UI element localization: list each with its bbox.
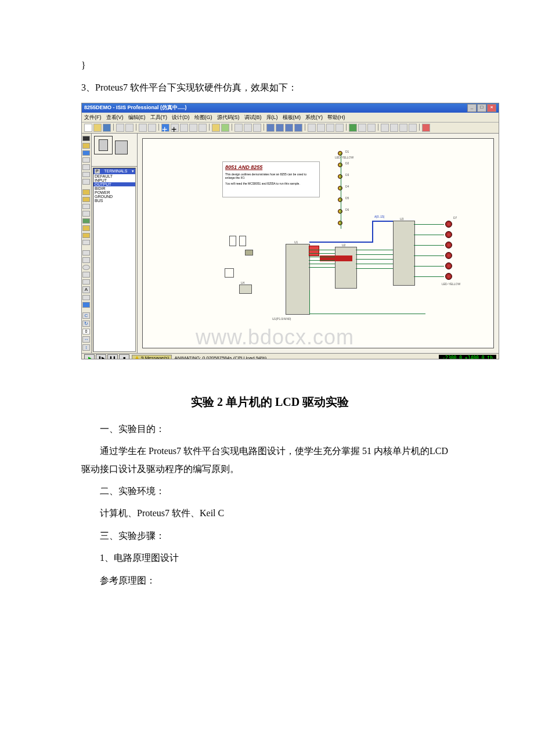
flip-h-icon[interactable]: ↔ [82, 336, 90, 343]
instrument-icon[interactable] [82, 240, 90, 245]
tool-ares-icon[interactable] [422, 124, 430, 132]
info-line: This design outlines demonstrates how an… [225, 172, 317, 180]
tool-zoomout-icon[interactable] [180, 124, 188, 132]
tool-cut-icon[interactable] [234, 124, 243, 132]
menu-help[interactable]: 帮助(H) [327, 114, 345, 121]
tool-copy-icon[interactable] [244, 124, 252, 132]
cursor-icon[interactable] [82, 136, 90, 141]
menu-design[interactable]: 设计(D) [172, 114, 190, 121]
tool-print-icon[interactable] [116, 124, 124, 132]
tool-pick-icon[interactable] [308, 124, 316, 132]
chip-label: U2 [342, 243, 345, 247]
led-right [445, 262, 452, 269]
terminals-list[interactable]: P TERMINALS ▾ DEFAULT INPUT OUTPUT BIDIR… [93, 168, 136, 352]
rot-cw-icon[interactable]: C [82, 312, 90, 319]
probe-v-icon[interactable] [82, 225, 90, 231]
tool-block1-icon[interactable] [266, 124, 275, 132]
flip-v-icon[interactable]: ↕ [82, 344, 90, 351]
rot-ccw-icon[interactable]: ↻ [82, 321, 90, 327]
symbol-icon[interactable] [82, 295, 90, 300]
list-item[interactable]: DEFAULT [93, 174, 135, 178]
tool-area-icon[interactable] [125, 124, 134, 132]
list-item[interactable]: BUS [93, 199, 135, 203]
generator-icon[interactable] [82, 218, 90, 224]
subcircuit-icon[interactable] [82, 179, 90, 184]
tool-block2-icon[interactable] [276, 124, 284, 132]
tool-a-icon[interactable] [381, 124, 389, 132]
probe-i-icon[interactable] [82, 233, 90, 238]
arc-icon[interactable] [82, 272, 90, 277]
component-icon[interactable] [82, 143, 90, 148]
tool-lib-icon[interactable] [317, 124, 325, 132]
tool-wire-icon[interactable] [349, 124, 357, 132]
menu-system[interactable]: 系统(Y) [305, 114, 323, 121]
rect-icon[interactable] [82, 257, 90, 262]
tool-zoomarea-icon[interactable] [199, 124, 207, 132]
menu-source[interactable]: 源代码(S) [217, 114, 240, 121]
maximize-button[interactable]: □ [477, 104, 486, 112]
list-item[interactable]: OUTPUT [93, 182, 135, 186]
tool-block3-icon[interactable] [285, 124, 293, 132]
bus-icon[interactable] [82, 172, 90, 177]
label-icon[interactable] [82, 157, 90, 163]
close-button[interactable]: × [487, 104, 496, 112]
tool-new-icon[interactable] [84, 124, 92, 132]
info-title: 8051 AND 8255 [225, 164, 317, 170]
tape-icon[interactable] [82, 211, 90, 216]
path-icon[interactable] [82, 279, 90, 285]
section-title: 实验 2 单片机的 LCD 驱动实验 [81, 394, 459, 410]
tool-origin-icon[interactable] [148, 124, 156, 132]
tool-search-icon[interactable] [358, 124, 366, 132]
play-button[interactable]: ▶ [84, 354, 95, 359]
probe-box [309, 246, 319, 256]
tool-open-icon[interactable] [93, 124, 102, 132]
pin-icon[interactable] [82, 197, 90, 202]
schematic-canvas[interactable]: 8051 AND 8255 This design outlines demon… [138, 134, 499, 353]
line-icon[interactable] [82, 250, 90, 255]
menu-template[interactable]: 模板(M) [283, 114, 301, 121]
minimize-button[interactable]: _ [467, 104, 477, 112]
tool-save-icon[interactable] [103, 124, 111, 132]
tool-redo-icon[interactable] [221, 124, 229, 132]
tool-zoomin-icon[interactable]: + [171, 124, 179, 132]
tool-pkg-icon[interactable] [326, 124, 334, 132]
list-item[interactable]: BIDIR [93, 186, 135, 190]
tool-grid-icon[interactable] [139, 124, 147, 132]
text2d-icon[interactable]: A [82, 286, 90, 293]
menu-debug[interactable]: 调试(B) [244, 114, 262, 121]
tool-d-icon[interactable] [409, 124, 417, 132]
tool-prop-icon[interactable] [367, 124, 376, 132]
tool-c-icon[interactable] [399, 124, 407, 132]
tool-b-icon[interactable] [390, 124, 398, 132]
tool-block4-icon[interactable] [294, 124, 302, 132]
overview-panel[interactable] [92, 134, 137, 167]
list-item[interactable]: POWER [93, 190, 135, 195]
menu-tool[interactable]: 工具(T) [150, 114, 168, 121]
angle-input[interactable]: 0 [82, 329, 90, 334]
side-panel: P TERMINALS ▾ DEFAULT INPUT OUTPUT BIDIR… [92, 134, 138, 353]
circle-icon[interactable] [82, 265, 90, 270]
menu-lib[interactable]: 库(L) [266, 114, 278, 121]
tool-decomp-icon[interactable] [335, 124, 344, 132]
tool-center-icon[interactable]: + [161, 124, 169, 132]
menu-edit[interactable]: 编辑(E) [128, 114, 146, 121]
text-icon[interactable] [82, 164, 90, 170]
terminal-icon[interactable] [82, 189, 90, 195]
led-label: D3 [345, 173, 349, 177]
junction-icon[interactable] [82, 150, 90, 156]
tool-paste-icon[interactable] [253, 124, 261, 132]
menu-file[interactable]: 文件(F) [84, 114, 102, 121]
tool-zoomall-icon[interactable] [189, 124, 197, 132]
stop-button[interactable]: ■ [119, 354, 129, 359]
marker-icon[interactable] [82, 302, 90, 307]
message-box[interactable]: 9 Message(s) [132, 355, 172, 359]
list-item[interactable]: INPUT [93, 178, 135, 182]
pause-button[interactable]: ❚❚ [107, 354, 118, 359]
step-button[interactable]: ❚▶ [96, 354, 106, 359]
menu-draw[interactable]: 绘图(G) [194, 114, 212, 121]
led-d2 [338, 163, 342, 167]
menu-view[interactable]: 查看(V) [106, 114, 124, 121]
graph-icon[interactable] [82, 204, 90, 209]
tool-undo-icon[interactable] [212, 124, 220, 132]
list-item[interactable]: GROUND [93, 195, 135, 199]
